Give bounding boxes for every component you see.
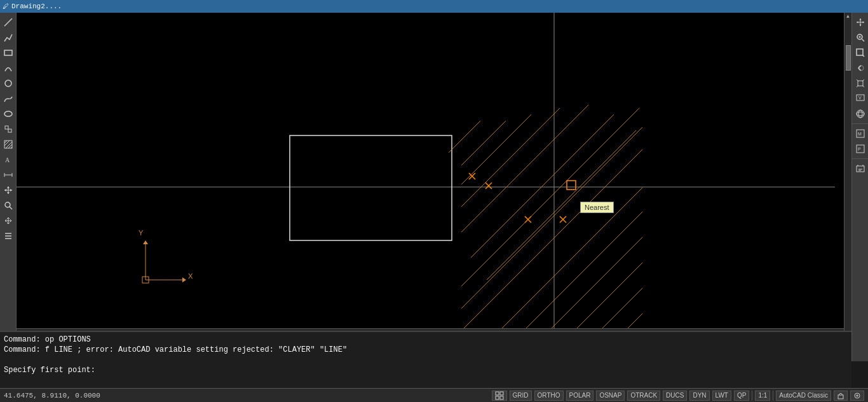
svg-text:P: P <box>858 147 861 151</box>
zoom-realtime-btn[interactable] <box>853 31 867 45</box>
svg-rect-59 <box>290 135 452 240</box>
move-tool[interactable] <box>1 183 15 197</box>
zoom-extents-btn[interactable] <box>853 76 867 90</box>
titlebar: 🖊 Drawing2.... <box>0 0 868 13</box>
canvas-area[interactable]: X Y Nearest <box>17 13 851 361</box>
command-line-3 <box>4 355 848 365</box>
svg-text:M: M <box>858 132 862 136</box>
svg-marker-19 <box>7 192 10 194</box>
insert-tool[interactable] <box>1 122 15 136</box>
coordinates-display: 41.6475, 8.9110, 0.0000 <box>0 392 100 399</box>
polyline-tool[interactable] <box>1 31 15 45</box>
command-line-1: Command: op OPTIONS <box>4 335 848 345</box>
svg-marker-89 <box>143 240 148 244</box>
arc-tool[interactable] <box>1 61 15 75</box>
svg-point-3 <box>4 111 12 116</box>
command-line-2: Command: f LINE ; error: AutoCAD variabl… <box>4 345 848 355</box>
text-tool[interactable]: A <box>1 153 15 167</box>
scroll-up-arrow[interactable]: ▲ <box>846 13 850 20</box>
spline-tool[interactable] <box>1 92 15 106</box>
zoom-tool[interactable] <box>1 198 15 212</box>
ellipse-tool[interactable] <box>1 107 15 121</box>
svg-line-60 <box>449 121 480 153</box>
svg-line-7 <box>4 141 7 143</box>
3dorbit-btn[interactable] <box>853 107 867 121</box>
model-space-btn[interactable]: M <box>853 127 867 141</box>
svg-rect-86 <box>567 181 576 190</box>
svg-marker-18 <box>7 186 10 188</box>
dimension-tool[interactable] <box>1 168 15 182</box>
drawing-tools-btn[interactable] <box>850 391 864 401</box>
svg-marker-20 <box>4 189 6 191</box>
pan-realtime-btn[interactable] <box>853 15 867 29</box>
nearest-label: Nearest <box>585 204 609 211</box>
vertical-scrollbar[interactable]: ▲ ▼ <box>844 13 851 340</box>
svg-line-67 <box>461 108 639 286</box>
svg-marker-27 <box>859 18 861 20</box>
window-title: Drawing2.... <box>11 3 62 10</box>
command-area[interactable]: Command: op OPTIONS Command: f LINE ; er… <box>0 331 851 388</box>
app-icon: 🖊 <box>3 3 9 10</box>
left-toolbar: A <box>0 13 17 361</box>
vscroll-thumb[interactable] <box>846 45 851 71</box>
status-buttons: GRID ORTHO POLAR OSNAP OTRACK DUCS DYN L… <box>492 391 868 401</box>
svg-marker-29 <box>857 22 858 24</box>
svg-rect-38 <box>858 81 863 86</box>
grid-btn[interactable]: GRID <box>510 391 532 401</box>
svg-line-65 <box>471 114 614 258</box>
plot-btn[interactable] <box>853 162 867 176</box>
svg-line-23 <box>10 207 12 209</box>
svg-line-64 <box>461 105 588 232</box>
circle-tool[interactable] <box>1 76 15 90</box>
lwt-btn[interactable]: LWT <box>712 391 731 401</box>
svg-marker-30 <box>862 22 864 24</box>
status-bar: 41.6475, 8.9110, 0.0000 GRID ORTHO POLAR… <box>0 388 868 402</box>
svg-line-66 <box>487 130 636 280</box>
osnap-btn[interactable]: OSNAP <box>596 391 625 401</box>
svg-rect-96 <box>838 395 843 399</box>
qp-btn[interactable]: QP <box>734 391 749 401</box>
command-line-4: Specify first point: <box>4 365 848 375</box>
svg-rect-93 <box>500 392 503 395</box>
zoom-window-btn[interactable] <box>853 46 867 60</box>
svg-line-61 <box>461 121 506 165</box>
y-axis-label: Y <box>139 229 143 237</box>
svg-line-63 <box>461 108 560 207</box>
x-axis-label: X <box>188 272 193 280</box>
right-toolbar: V M P <box>851 13 868 361</box>
properties-tool[interactable] <box>1 229 15 243</box>
svg-marker-90 <box>182 277 186 282</box>
otrack-btn[interactable]: OTRACK <box>627 391 660 401</box>
svg-rect-95 <box>500 396 503 399</box>
ortho-btn[interactable]: ORTHO <box>534 391 564 401</box>
svg-marker-21 <box>10 189 12 191</box>
pan-tool[interactable] <box>1 214 15 228</box>
named-views-btn[interactable]: V <box>853 92 867 106</box>
rectangle-tool[interactable] <box>1 46 15 60</box>
ducs-btn[interactable]: DUCS <box>663 391 687 401</box>
svg-rect-35 <box>857 49 863 55</box>
svg-rect-1 <box>4 50 12 55</box>
svg-text:V: V <box>858 95 862 100</box>
drawing-canvas <box>17 13 851 361</box>
svg-point-45 <box>857 112 864 116</box>
svg-rect-94 <box>496 396 499 399</box>
svg-line-36 <box>862 55 864 57</box>
paper-space-btn[interactable]: P <box>853 142 867 156</box>
hatch-tool[interactable] <box>1 137 15 151</box>
polar-btn[interactable]: POLAR <box>566 391 594 401</box>
svg-line-62 <box>461 114 531 184</box>
dyn-btn[interactable]: DYN <box>689 391 709 401</box>
workspace-label[interactable]: AutoCAD Classic <box>776 391 831 401</box>
toolbar-lock-btn[interactable] <box>834 391 848 401</box>
svg-point-2 <box>5 80 11 87</box>
snap-indicator[interactable] <box>492 391 507 401</box>
svg-line-0 <box>4 18 12 26</box>
svg-point-47 <box>857 110 864 118</box>
zoom-previous-btn[interactable] <box>853 61 867 75</box>
svg-marker-28 <box>859 25 861 27</box>
line-tool[interactable] <box>1 15 15 29</box>
nearest-tooltip: Nearest <box>580 202 614 213</box>
svg-point-22 <box>5 202 10 207</box>
scale-display: 1:1 <box>755 391 770 401</box>
